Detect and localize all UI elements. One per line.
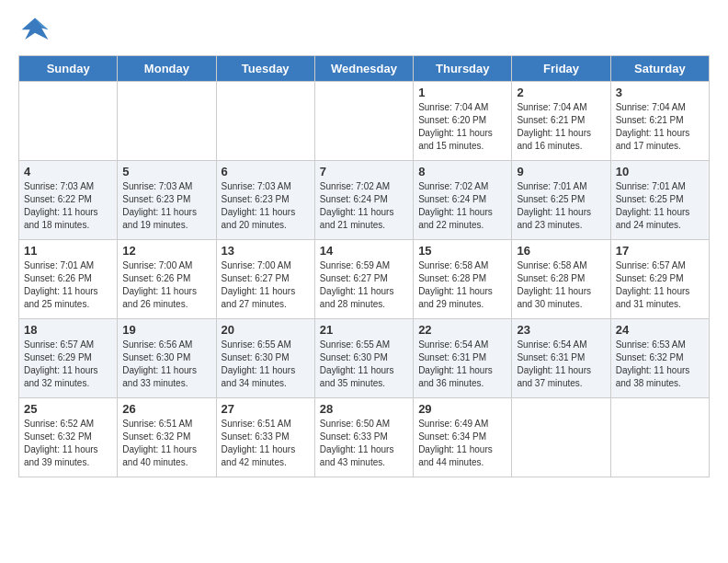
calendar-cell: 29Sunrise: 6:49 AM Sunset: 6:34 PM Dayli… xyxy=(414,398,512,477)
day-info: Sunrise: 7:04 AM Sunset: 6:21 PM Dayligh… xyxy=(517,101,605,153)
day-number: 7 xyxy=(320,165,408,178)
calendar-cell: 24Sunrise: 6:53 AM Sunset: 6:32 PM Dayli… xyxy=(610,319,709,398)
calendar-cell: 18Sunrise: 6:57 AM Sunset: 6:29 PM Dayli… xyxy=(19,319,118,398)
day-info: Sunrise: 6:55 AM Sunset: 6:30 PM Dayligh… xyxy=(222,339,310,390)
day-info: Sunrise: 7:04 AM Sunset: 6:20 PM Dayligh… xyxy=(418,101,506,153)
weekday-header-monday: Monday xyxy=(118,56,216,82)
calendar-cell xyxy=(512,398,610,477)
calendar-cell xyxy=(610,398,709,477)
day-number: 19 xyxy=(122,323,210,337)
calendar-cell xyxy=(314,82,413,161)
day-info: Sunrise: 7:04 AM Sunset: 6:21 PM Dayligh… xyxy=(616,101,704,153)
day-info: Sunrise: 6:57 AM Sunset: 6:29 PM Dayligh… xyxy=(24,339,112,390)
day-number: 11 xyxy=(24,244,112,258)
day-info: Sunrise: 6:56 AM Sunset: 6:30 PM Dayligh… xyxy=(122,339,210,390)
calendar-cell: 9Sunrise: 7:01 AM Sunset: 6:25 PM Daylig… xyxy=(512,161,610,240)
day-number: 10 xyxy=(616,165,704,178)
calendar-week-row: 11Sunrise: 7:01 AM Sunset: 6:26 PM Dayli… xyxy=(19,240,710,319)
day-number: 5 xyxy=(122,165,210,178)
day-info: Sunrise: 6:57 AM Sunset: 6:29 PM Dayligh… xyxy=(616,259,704,311)
calendar-cell xyxy=(216,82,314,161)
calendar-cell: 25Sunrise: 6:52 AM Sunset: 6:32 PM Dayli… xyxy=(19,398,118,477)
calendar-week-row: 4Sunrise: 7:03 AM Sunset: 6:22 PM Daylig… xyxy=(19,161,710,240)
calendar-cell: 5Sunrise: 7:03 AM Sunset: 6:23 PM Daylig… xyxy=(118,161,216,240)
calendar-cell: 23Sunrise: 6:54 AM Sunset: 6:31 PM Dayli… xyxy=(512,319,610,398)
day-info: Sunrise: 6:50 AM Sunset: 6:33 PM Dayligh… xyxy=(320,418,408,469)
day-number: 18 xyxy=(24,323,112,337)
day-number: 9 xyxy=(517,165,605,178)
calendar-cell: 7Sunrise: 7:02 AM Sunset: 6:24 PM Daylig… xyxy=(314,161,413,240)
calendar-week-row: 25Sunrise: 6:52 AM Sunset: 6:32 PM Dayli… xyxy=(19,398,710,477)
calendar-cell: 3Sunrise: 7:04 AM Sunset: 6:21 PM Daylig… xyxy=(610,82,709,161)
day-info: Sunrise: 6:58 AM Sunset: 6:28 PM Dayligh… xyxy=(418,259,506,311)
calendar-cell: 13Sunrise: 7:00 AM Sunset: 6:27 PM Dayli… xyxy=(216,240,314,319)
weekday-header-sunday: Sunday xyxy=(19,56,118,82)
calendar-cell: 2Sunrise: 7:04 AM Sunset: 6:21 PM Daylig… xyxy=(512,82,610,161)
calendar-cell: 21Sunrise: 6:55 AM Sunset: 6:30 PM Dayli… xyxy=(314,319,413,398)
day-number: 13 xyxy=(222,244,310,258)
day-number: 1 xyxy=(418,86,506,99)
calendar-cell: 4Sunrise: 7:03 AM Sunset: 6:22 PM Daylig… xyxy=(19,161,118,240)
calendar-week-row: 1Sunrise: 7:04 AM Sunset: 6:20 PM Daylig… xyxy=(19,82,710,161)
calendar-cell: 26Sunrise: 6:51 AM Sunset: 6:32 PM Dayli… xyxy=(118,398,216,477)
weekday-header-thursday: Thursday xyxy=(414,56,512,82)
day-info: Sunrise: 6:59 AM Sunset: 6:27 PM Dayligh… xyxy=(320,259,408,311)
day-number: 8 xyxy=(418,165,506,178)
day-info: Sunrise: 7:01 AM Sunset: 6:25 PM Dayligh… xyxy=(616,180,704,232)
calendar-cell xyxy=(118,82,216,161)
calendar-body: 1Sunrise: 7:04 AM Sunset: 6:20 PM Daylig… xyxy=(19,82,710,477)
calendar-header: SundayMondayTuesdayWednesdayThursdayFrid… xyxy=(19,56,710,82)
day-info: Sunrise: 7:03 AM Sunset: 6:22 PM Dayligh… xyxy=(24,180,112,232)
day-number: 27 xyxy=(222,402,310,416)
day-info: Sunrise: 7:00 AM Sunset: 6:27 PM Dayligh… xyxy=(222,259,310,311)
day-number: 4 xyxy=(24,165,112,178)
day-number: 22 xyxy=(418,323,506,337)
day-info: Sunrise: 6:49 AM Sunset: 6:34 PM Dayligh… xyxy=(418,418,506,469)
weekday-header-row: SundayMondayTuesdayWednesdayThursdayFrid… xyxy=(19,56,710,82)
day-number: 28 xyxy=(320,402,408,416)
day-info: Sunrise: 6:51 AM Sunset: 6:32 PM Dayligh… xyxy=(122,418,210,469)
day-number: 15 xyxy=(418,244,506,258)
weekday-header-tuesday: Tuesday xyxy=(216,56,314,82)
calendar-week-row: 18Sunrise: 6:57 AM Sunset: 6:29 PM Dayli… xyxy=(19,319,710,398)
calendar-cell: 10Sunrise: 7:01 AM Sunset: 6:25 PM Dayli… xyxy=(610,161,709,240)
weekday-header-saturday: Saturday xyxy=(610,56,709,82)
day-info: Sunrise: 6:52 AM Sunset: 6:32 PM Dayligh… xyxy=(24,418,112,469)
day-number: 26 xyxy=(122,402,210,416)
calendar-cell: 27Sunrise: 6:51 AM Sunset: 6:33 PM Dayli… xyxy=(216,398,314,477)
day-info: Sunrise: 6:54 AM Sunset: 6:31 PM Dayligh… xyxy=(418,339,506,390)
day-info: Sunrise: 6:58 AM Sunset: 6:28 PM Dayligh… xyxy=(517,259,605,311)
day-number: 25 xyxy=(24,402,112,416)
weekday-header-wednesday: Wednesday xyxy=(314,56,413,82)
day-number: 29 xyxy=(418,402,506,416)
calendar-cell: 1Sunrise: 7:04 AM Sunset: 6:20 PM Daylig… xyxy=(414,82,512,161)
logo-bird-icon xyxy=(18,15,51,48)
calendar-cell: 15Sunrise: 6:58 AM Sunset: 6:28 PM Dayli… xyxy=(414,240,512,319)
header xyxy=(18,15,710,48)
day-number: 23 xyxy=(517,323,605,337)
day-number: 2 xyxy=(517,86,605,99)
day-number: 21 xyxy=(320,323,408,337)
day-number: 24 xyxy=(616,323,704,337)
calendar-cell xyxy=(19,82,118,161)
calendar-cell: 28Sunrise: 6:50 AM Sunset: 6:33 PM Dayli… xyxy=(314,398,413,477)
day-info: Sunrise: 6:51 AM Sunset: 6:33 PM Dayligh… xyxy=(222,418,310,469)
day-info: Sunrise: 6:55 AM Sunset: 6:30 PM Dayligh… xyxy=(320,339,408,390)
day-number: 14 xyxy=(320,244,408,258)
svg-marker-0 xyxy=(22,18,49,40)
page: SundayMondayTuesdayWednesdayThursdayFrid… xyxy=(0,0,728,563)
day-info: Sunrise: 7:02 AM Sunset: 6:24 PM Dayligh… xyxy=(320,180,408,232)
calendar-cell: 14Sunrise: 6:59 AM Sunset: 6:27 PM Dayli… xyxy=(314,240,413,319)
calendar-cell: 12Sunrise: 7:00 AM Sunset: 6:26 PM Dayli… xyxy=(118,240,216,319)
day-info: Sunrise: 6:53 AM Sunset: 6:32 PM Dayligh… xyxy=(616,339,704,390)
day-info: Sunrise: 7:01 AM Sunset: 6:26 PM Dayligh… xyxy=(24,259,112,311)
day-info: Sunrise: 7:03 AM Sunset: 6:23 PM Dayligh… xyxy=(222,180,310,232)
calendar-cell: 16Sunrise: 6:58 AM Sunset: 6:28 PM Dayli… xyxy=(512,240,610,319)
day-info: Sunrise: 7:01 AM Sunset: 6:25 PM Dayligh… xyxy=(517,180,605,232)
day-number: 3 xyxy=(616,86,704,99)
calendar: SundayMondayTuesdayWednesdayThursdayFrid… xyxy=(18,55,710,477)
day-info: Sunrise: 7:03 AM Sunset: 6:23 PM Dayligh… xyxy=(122,180,210,232)
weekday-header-friday: Friday xyxy=(512,56,610,82)
calendar-cell: 22Sunrise: 6:54 AM Sunset: 6:31 PM Dayli… xyxy=(414,319,512,398)
logo xyxy=(18,15,55,48)
